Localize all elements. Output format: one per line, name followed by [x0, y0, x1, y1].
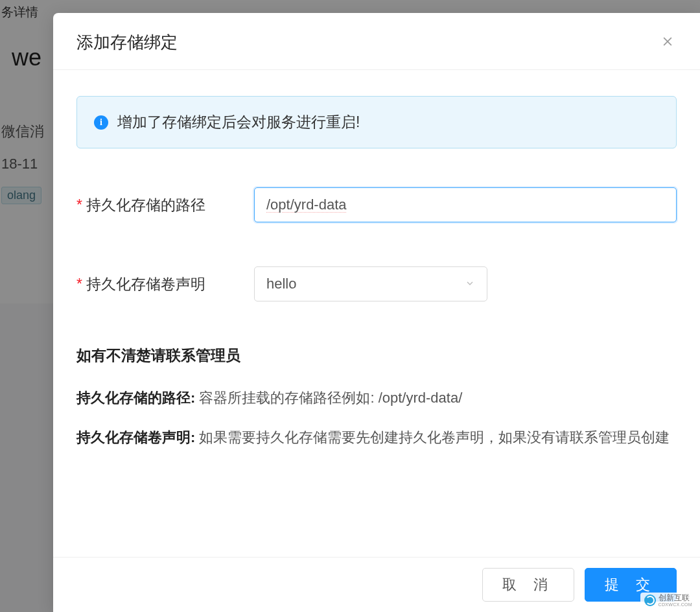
required-asterisk: *	[76, 276, 82, 292]
path-label: *持久化存储的路径	[76, 195, 254, 215]
watermark-sub: CDXWCX.COM	[659, 602, 692, 607]
modal-body: i 增加了存储绑定后会对服务进行重启! *持久化存储的路径 *持久化存储卷声明 …	[53, 70, 700, 557]
help-item-path: 持久化存储的路径: 容器所挂载的存储路径例如: /opt/yrd-data/	[76, 385, 677, 412]
storage-path-input[interactable]	[254, 187, 677, 222]
alert-text: 增加了存储绑定后会对服务进行重启!	[117, 112, 360, 132]
form-row-path: *持久化存储的路径	[76, 187, 677, 222]
close-button[interactable]	[659, 34, 677, 52]
cancel-button[interactable]: 取 消	[482, 568, 574, 602]
chevron-down-icon	[465, 276, 475, 292]
pvc-select-wrap: hello	[254, 266, 487, 301]
form-row-pvc: *持久化存储卷声明 hello	[76, 266, 677, 301]
watermark-main: 创新互联	[659, 594, 692, 602]
help-section: 如有不清楚请联系管理员 持久化存储的路径: 容器所挂载的存储路径例如: /opt…	[76, 346, 677, 451]
info-alert: i 增加了存储绑定后会对服务进行重启!	[76, 96, 677, 148]
storage-binding-modal: 添加存储绑定 i 增加了存储绑定后会对服务进行重启! *持久化存储的路径 *持久…	[53, 13, 700, 612]
watermark-logo-icon	[644, 594, 656, 606]
help-item-pvc: 持久化存储卷声明: 如果需要持久化存储需要先创建持久化卷声明，如果没有请联系管理…	[76, 425, 677, 451]
pvc-select[interactable]: hello	[254, 266, 487, 301]
required-asterisk: *	[76, 196, 82, 213]
watermark: 创新互联 CDXWCX.COM	[640, 593, 696, 608]
modal-title: 添加存储绑定	[76, 31, 178, 54]
modal-footer: 取 消 提 交	[53, 557, 700, 612]
modal-header: 添加存储绑定	[53, 13, 700, 70]
info-icon: i	[94, 115, 108, 130]
pvc-label: *持久化存储卷声明	[76, 274, 254, 294]
pvc-selected-value: hello	[266, 276, 296, 292]
help-heading: 如有不清楚请联系管理员	[76, 346, 677, 366]
close-icon	[661, 35, 674, 51]
